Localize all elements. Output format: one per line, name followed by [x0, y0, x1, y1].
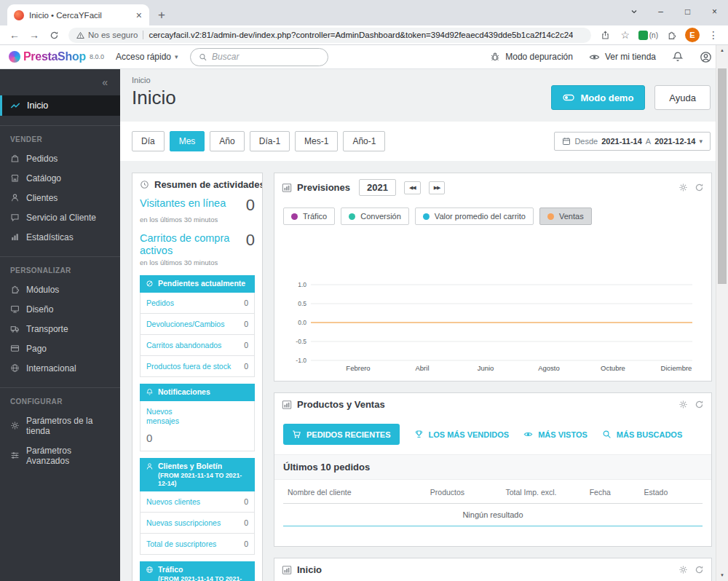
prestashop-logo[interactable]: PrestaShop 8.0.0	[9, 50, 104, 63]
header-search[interactable]	[190, 48, 328, 66]
refresh-icon[interactable]	[695, 183, 704, 192]
browser-scrollbar[interactable]: ▲ ▼	[716, 45, 728, 581]
tab-mas-vistos[interactable]: MÁS VISTOS	[523, 430, 587, 439]
help-button[interactable]: Ayuda	[654, 85, 711, 110]
activity-panel: Resumen de actividades Visitantes en lín…	[132, 173, 263, 581]
search-input[interactable]	[212, 52, 319, 62]
sidebar-item-inicio[interactable]: Inicio	[0, 95, 120, 116]
address-bar[interactable]: No es seguro cercayfacil.v2:81/admin-dev…	[68, 28, 591, 43]
gear-icon	[10, 421, 20, 430]
sidebar-collapse-button[interactable]: «	[0, 69, 120, 92]
customers-row-suscriptores[interactable]: Total de suscriptores 0	[141, 534, 254, 554]
new-messages-item[interactable]: Nuevos mensajes 0	[140, 401, 255, 451]
date-join-label: A	[646, 137, 651, 146]
pending-row-stock[interactable]: Productos fuera de stock 0	[141, 356, 254, 376]
tab-pedidos-recientes[interactable]: PEDIDOS RECIENTES	[283, 424, 400, 445]
sidebar-item-parametros-avanzados[interactable]: Parámetros Avanzados	[0, 440, 120, 470]
back-button[interactable]: ←	[6, 26, 23, 44]
pending-row-carritos[interactable]: Carritos abandonados 0	[141, 335, 254, 356]
period-mes-1-button[interactable]: Mes-1	[295, 131, 338, 151]
bookmark-star-icon[interactable]: ☆	[617, 26, 634, 44]
tab-search-chevron-icon[interactable]	[620, 0, 647, 23]
refresh-icon[interactable]	[695, 565, 704, 574]
period-dia-1-button[interactable]: Día-1	[250, 131, 290, 151]
sidebar-item-label: Pedidos	[26, 154, 58, 164]
scrollbar-thumb[interactable]	[718, 68, 727, 284]
scroll-down-icon[interactable]: ▼	[716, 570, 728, 581]
period-mes-button[interactable]: Mes	[170, 131, 205, 151]
gear-icon[interactable]	[678, 183, 688, 192]
traffic-header-label: Tráfico	[158, 565, 183, 574]
table-row: Ningún resultado	[283, 504, 703, 526]
window-close-button[interactable]: ×	[701, 0, 728, 23]
sidebar-item-parametros-tienda[interactable]: Parámetros de la tienda	[0, 411, 120, 440]
extensions-puzzle-icon[interactable]	[662, 26, 680, 44]
profile-icon[interactable]	[700, 51, 712, 63]
period-ano-1-button[interactable]: Año-1	[343, 131, 385, 151]
forward-button[interactable]: →	[25, 26, 43, 44]
gear-icon[interactable]	[678, 565, 688, 574]
share-icon[interactable]	[597, 26, 614, 44]
sidebar-item-label: Servicio al Cliente	[26, 213, 96, 223]
pending-row-pedidos[interactable]: Pedidos 0	[141, 293, 254, 314]
customers-range-label: (FROM 2021-11-14 TO 2021-12-14)	[158, 472, 249, 489]
tab-mas-buscados[interactable]: MÁS BUSCADOS	[602, 430, 682, 439]
x-tick: Junio	[478, 364, 494, 372]
sidebar-item-modulos[interactable]: Módulos	[0, 280, 120, 299]
gear-icon[interactable]	[678, 400, 688, 409]
previous-year-button[interactable]: ◀◀	[404, 181, 421, 194]
demo-mode-button[interactable]: Modo demo	[551, 85, 645, 110]
tab-label: MÁS BUSCADOS	[617, 430, 682, 439]
row-label: Pedidos	[146, 299, 174, 307]
legend-ventas[interactable]: Ventas	[539, 208, 592, 225]
customers-row-suscripciones[interactable]: Nuevas suscripciones 0	[141, 513, 254, 534]
sidebar-item-clientes[interactable]: Clientes	[0, 188, 120, 208]
window-maximize-button[interactable]: □	[674, 0, 701, 23]
legend-valor-promedio[interactable]: Valor promedio del carrito	[415, 208, 534, 225]
search-icon	[199, 52, 207, 62]
scroll-up-icon[interactable]: ▲	[716, 45, 728, 56]
refresh-icon[interactable]	[695, 400, 704, 409]
sidebar-item-label: Pago	[26, 344, 47, 354]
sidebar-item-estadisticas[interactable]: Estadísticas	[0, 227, 120, 247]
reload-button[interactable]	[45, 26, 63, 44]
online-visitors-value: 0	[246, 197, 255, 213]
extension-with-badge[interactable]: (n)	[638, 31, 658, 40]
sidebar-item-catalogo[interactable]: Catálogo	[0, 168, 120, 188]
customers-row-nuevos[interactable]: Nuevos clientes 0	[141, 491, 254, 513]
new-tab-button[interactable]: +	[149, 4, 174, 25]
view-store-link[interactable]: Ver mi tienda	[589, 52, 656, 63]
date-range-picker[interactable]: Desde 2021-11-14 A 2021-12-14 ▾	[554, 132, 711, 151]
row-label: Productos fuera de stock	[146, 362, 231, 371]
tab-los-mas-vendidos[interactable]: LOS MÁS VENDIDOS	[414, 430, 510, 439]
notifications-bell-icon[interactable]	[672, 51, 684, 63]
pending-group-header: Pendientes actualmente	[140, 275, 255, 293]
legend-trafico[interactable]: Tráfico	[283, 208, 335, 225]
tab-close-icon[interactable]: ×	[134, 9, 144, 21]
trafico-dot-icon	[291, 213, 298, 220]
toggle-icon	[563, 92, 574, 103]
sidebar-item-diseno[interactable]: Diseño	[0, 299, 120, 319]
row-label: Nuevos clientes	[146, 497, 200, 506]
next-year-button[interactable]: ▶▶	[429, 181, 446, 194]
sidebar-item-servicio-al-cliente[interactable]: Servicio al Cliente	[0, 208, 120, 227]
period-ano-button[interactable]: Año	[210, 131, 244, 151]
browser-menu-icon[interactable]: ⋮	[705, 26, 722, 44]
debug-mode-button[interactable]: Modo depuración	[490, 52, 573, 62]
forecast-year-selector[interactable]: 2021	[359, 179, 396, 196]
sidebar-item-internacional[interactable]: Internacional	[0, 358, 120, 378]
pending-row-devoluciones[interactable]: Devoluciones/Cambios 0	[141, 314, 254, 335]
browser-profile-avatar[interactable]: E	[685, 28, 700, 42]
browser-tab[interactable]: Inicio • CercaYFacil ×	[7, 4, 149, 25]
period-dia-button[interactable]: Día	[132, 131, 165, 151]
recent-orders-table: Nombre del cliente Productos Total Imp. …	[283, 480, 703, 526]
sidebar-item-pedidos[interactable]: Pedidos	[0, 149, 120, 168]
window-minimize-button[interactable]: –	[647, 0, 674, 23]
credit-card-icon	[10, 344, 20, 353]
extension-icon[interactable]	[638, 31, 648, 40]
sidebar-item-transporte[interactable]: Transporte	[0, 319, 120, 339]
quick-access-dropdown[interactable]: Acceso rápido ▾	[116, 52, 178, 62]
sidebar-item-pago[interactable]: Pago	[0, 339, 120, 358]
legend-conversion[interactable]: Conversión	[341, 208, 409, 225]
home-widget-panel: Inicio	[274, 558, 712, 581]
